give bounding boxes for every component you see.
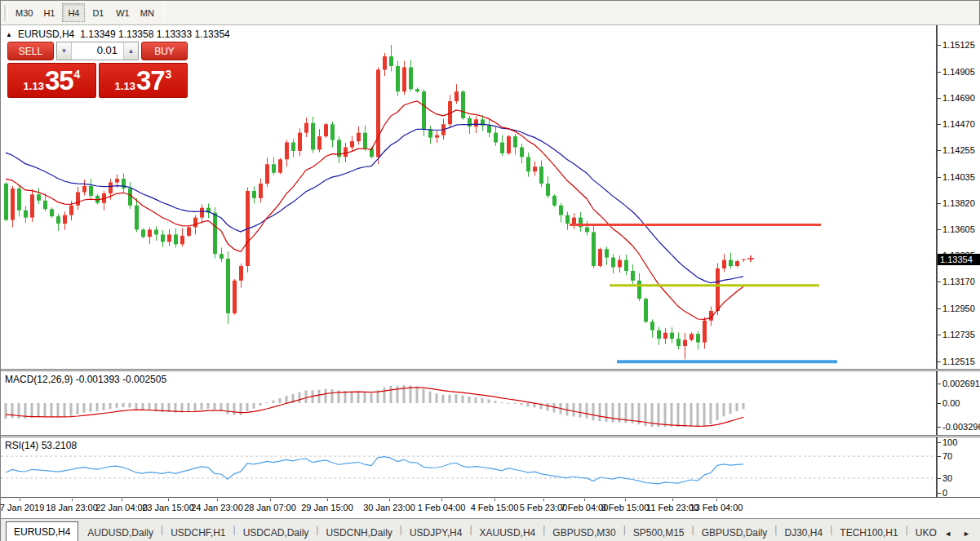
rsi-tick-mark — [938, 456, 941, 457]
chart-tab-usdchf-h1[interactable]: USDCHF,H1 — [163, 525, 233, 541]
price-tick-label: 1.12735 — [942, 330, 975, 339]
price-tick-mark — [938, 203, 941, 204]
time-tick-label: 18 Jan 23:00 — [46, 503, 98, 512]
rsi-tick-mark — [938, 442, 941, 443]
rsi-chart[interactable] — [1, 437, 936, 497]
macd-axis: 0.0026910.00-0.003296 — [936, 371, 980, 435]
timeframe-buttons: M30H1H4D1W1MN — [11, 3, 159, 22]
rsi-tick-mark — [938, 478, 941, 479]
time-tick-label: 23 Jan 15:00 — [142, 503, 194, 512]
bid-price-panel[interactable]: 1.13 35 4 — [7, 63, 96, 98]
price-tick-mark — [938, 229, 941, 230]
chart-tab-sp500-m15[interactable]: SP500,M15 — [626, 525, 692, 541]
chart-symbol-label: EURUSD,H4 — [18, 29, 74, 40]
price-tick-mark — [938, 72, 941, 73]
time-tick-mark — [716, 499, 717, 501]
rsi-axis: 10070300 — [936, 437, 980, 497]
toolbar-grip-icon — [4, 5, 8, 21]
timeframe-button-mn[interactable]: MN — [135, 3, 158, 22]
macd-tick-mark — [938, 403, 941, 404]
price-tick-label: 1.13170 — [942, 277, 975, 286]
tab-scroll-right-icon[interactable]: ► — [963, 530, 970, 538]
time-tick-mark — [625, 499, 626, 501]
main-chart-panel[interactable]: ▲ EURUSD,H4 1.13349 1.13358 1.13333 1.13… — [1, 25, 936, 369]
buy-button[interactable]: BUY — [141, 42, 188, 60]
time-tick-label: 1 Feb 04:00 — [418, 503, 466, 512]
macd-tick-label: -0.003296 — [942, 422, 980, 432]
price-tick-label: 1.14035 — [942, 172, 975, 182]
chart-tab-gbpusd-daily[interactable]: GBPUSD,Daily — [694, 525, 775, 541]
time-tick-mark — [584, 499, 585, 501]
sell-button[interactable]: SELL — [7, 42, 54, 60]
time-tick-mark — [168, 499, 169, 501]
ask-price-panel[interactable]: 1.13 37 3 — [99, 63, 188, 98]
chart-tab-usdcnh-daily[interactable]: USDCNH,Daily — [318, 525, 399, 541]
chart-tab-usdjpy-h4[interactable]: USDJPY,H4 — [402, 525, 469, 541]
time-tick-label: 8 Feb 15:00 — [601, 503, 650, 512]
time-tick-mark — [672, 499, 673, 501]
price-tick-mark — [938, 98, 941, 99]
price-tick-label: 1.14470 — [942, 119, 975, 129]
time-tick-mark — [327, 499, 328, 501]
chart-tab-uko[interactable]: UKO — [908, 525, 944, 541]
price-tick-mark — [938, 150, 941, 151]
chart-tab-bar: EURUSD,H4AUDUSD,Daily|USDCHF,H1|USDCAD,D… — [1, 519, 980, 541]
rsi-label: RSI(14) 53.2108 — [5, 440, 77, 451]
volume-decrease-icon[interactable]: ▼ — [57, 42, 72, 60]
rsi-panel[interactable]: RSI(14) 53.2108 — [1, 437, 936, 497]
macd-panel[interactable]: MACD(12,26,9) -0.001393 -0.002505 — [1, 371, 936, 435]
time-tick-label: 24 Jan 23:00 — [191, 503, 243, 512]
macd-tick-mark — [938, 384, 941, 384]
ask-pip-fraction: 3 — [166, 68, 172, 81]
macd-tick-mark — [938, 427, 941, 428]
macd-tick-label: 0.00 — [942, 398, 960, 408]
timeframe-button-h1[interactable]: H1 — [38, 3, 60, 22]
volume-increase-icon[interactable]: ▲ — [123, 42, 138, 60]
time-tick-label: 30 Jan 23:00 — [363, 503, 415, 512]
chart-tab-gbpusd-m30[interactable]: GBPUSD,M30 — [545, 525, 623, 541]
chart-header: ▲ EURUSD,H4 1.13349 1.13358 1.13333 1.13… — [6, 29, 230, 40]
timeframe-toolbar: M30H1H4D1W1MN — [1, 1, 979, 25]
time-tick-mark — [72, 499, 73, 501]
time-tick-mark — [217, 499, 218, 501]
volume-input[interactable]: 0.01 — [72, 42, 123, 60]
tab-scroll-arrows: ◄► — [944, 530, 977, 541]
collapse-quote-icon[interactable]: ▲ — [6, 31, 12, 38]
time-tick-label: 28 Jan 07:00 — [244, 503, 296, 512]
time-tick-mark — [543, 499, 544, 501]
bid-prefix: 1.13 — [24, 80, 44, 92]
timeframe-button-w1[interactable]: W1 — [111, 3, 134, 22]
time-tick-label: 13 Feb 04:00 — [690, 503, 743, 512]
price-axis[interactable]: 1.13354 1.151251.149051.146901.144701.14… — [936, 25, 980, 369]
timeframe-button-d1[interactable]: D1 — [86, 3, 109, 22]
chart-tab-audusd-daily[interactable]: AUDUSD,Daily — [80, 525, 161, 541]
time-tick-label: 29 Jan 15:00 — [301, 503, 353, 512]
tab-scroll-left-icon[interactable]: ◄ — [944, 530, 951, 538]
chart-ohlc-label: 1.13349 1.13358 1.13333 1.13354 — [80, 29, 230, 40]
bid-pip-fraction: 4 — [74, 68, 81, 81]
time-tick-label: 17 Jan 2019 — [0, 503, 44, 512]
price-tick-label: 1.14905 — [942, 67, 975, 77]
macd-tick-label: 0.002691 — [942, 379, 980, 388]
rsi-tick-label: 70 — [942, 451, 952, 461]
rsi-tick-label: 100 — [942, 437, 957, 447]
price-tick-label: 1.13820 — [942, 198, 975, 208]
chart-tab-usdcad-daily[interactable]: USDCAD,Daily — [236, 525, 317, 541]
time-tick-mark — [122, 499, 122, 501]
chart-tab-xauusd-h4[interactable]: XAUUSD,H4 — [472, 525, 543, 541]
rsi-tick-mark — [938, 493, 941, 494]
chart-tab-dj30-h4[interactable]: DJ30,H4 — [777, 525, 830, 541]
time-tick-label: 4 Feb 15:00 — [471, 503, 519, 512]
timeframe-button-m30[interactable]: M30 — [12, 3, 36, 22]
price-tick-label: 1.13605 — [942, 224, 975, 234]
chart-tab-tech100-h1[interactable]: TECH100,H1 — [832, 525, 905, 541]
price-tick-label: 1.12950 — [942, 304, 975, 313]
price-tick-mark — [938, 282, 941, 282]
price-tick-mark — [938, 124, 941, 125]
timeframe-button-h4[interactable]: H4 — [62, 3, 85, 22]
price-tick-label: 1.14690 — [942, 93, 975, 103]
time-axis[interactable]: 17 Jan 201918 Jan 23:0022 Jan 04:0023 Ja… — [1, 499, 980, 518]
price-tick-mark — [938, 361, 941, 362]
chart-tab-eurusd-h4[interactable]: EURUSD,H4 — [6, 521, 78, 541]
current-price-tag: 1.13354 — [938, 254, 980, 265]
